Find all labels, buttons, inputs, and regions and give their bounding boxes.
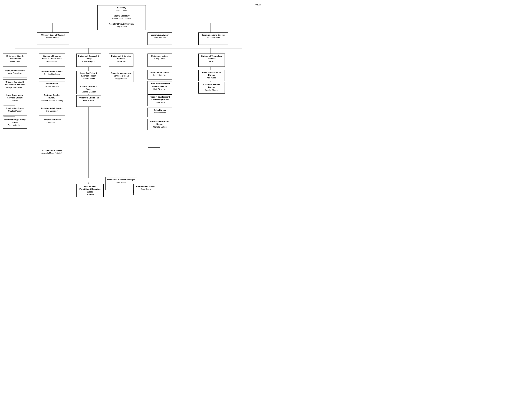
asst-deputy-title: Assistant Deputy Secretary xyxy=(99,23,144,25)
org-chart: 03/25 xyxy=(0,0,266,7)
secretary-box: Secretary David Casey Deputy Secretary M… xyxy=(97,5,146,30)
sales-tax-policy-box: Sales Tax Policy & Economic Team Robert … xyxy=(76,71,101,84)
office-enforcement-box: Office of Enforcement and Compliance Ric… xyxy=(147,81,172,94)
local-gov-box: Local Government Services Bureau Vacant xyxy=(3,93,27,104)
sales-bureau-box: Sales Bureau Zachary Hyde xyxy=(147,108,172,117)
general-counsel-box: Office of General Counsel Dana Erlandsen xyxy=(37,32,69,45)
business-ops-box: Business Operations Bureau Michelle Matt… xyxy=(147,119,172,131)
deputy-admin-mary-box: Deputy Administrator Mary Gawryleski xyxy=(3,68,27,78)
app-services-box: Application Services Bureau Ann Averill xyxy=(198,70,225,81)
customer-service-bureau-tech-box: Customer Service Bureau Bradley Thome xyxy=(198,82,225,93)
div-tech-box: Division of Technology Services Vacant xyxy=(198,54,225,67)
customer-service-bureau-income-box: Customer Service Bureau Rachel Ballmoos … xyxy=(39,93,65,104)
div-research-policy-box: Division of Research & Policy Cari Redin… xyxy=(76,54,101,67)
asst-admin-kyle-box: Assistant Administrator Kyle Duerstein xyxy=(39,106,65,115)
deputy-secretary-title: Deputy Secretary xyxy=(99,15,144,17)
deputy-secretary-name: Maria Guerra Lapacek xyxy=(99,17,144,20)
div-lottery-box: Division of Lottery Cindy Polzin xyxy=(147,54,172,67)
date-label: 03/25 xyxy=(255,4,261,6)
office-tech-assessment-box: Office of Technical & Assessment Service… xyxy=(3,80,27,91)
property-excise-box: Property & Excise Tax Policy Team xyxy=(76,95,101,107)
income-tax-policy-box: Income Tax Policy Team Michael Oakleaf xyxy=(76,84,101,94)
div-enterprise-box: Division of Enterprise Services Julie Ra… xyxy=(109,54,133,67)
equalization-bureau-box: Equalization Bureau Charles Paskey xyxy=(3,106,27,115)
div-state-local-box: Division of State & Local Finance Valeah… xyxy=(3,54,27,67)
legal-services-box: Legal Services, Permitting & Reporting B… xyxy=(76,184,104,197)
fin-mgmt-bureau-box: Financial Management Services Bureau Peg… xyxy=(109,71,133,82)
enforcement-bureau-box: Enforcement Bureau Tyler Quam xyxy=(133,184,158,195)
secretary-name: David Casey xyxy=(99,9,144,12)
legislative-advisor-box: Legislative Advisor Jacob Burbach xyxy=(147,32,172,45)
div-alcohol-box: Division of Alcohol Beverages Mark Meyer xyxy=(105,177,137,190)
div-income-sales-box: Division of Income, Sales & Excise Taxes… xyxy=(39,54,65,67)
asst-admin-jennifer-box: Assistant Administrator Jennifer Dambach xyxy=(39,69,65,79)
product-dev-box: Product Development & Marketing Bureau C… xyxy=(147,94,172,106)
compliance-bureau-box: Compliance Bureau Laura Clegg xyxy=(39,117,65,127)
secretary-title: Secretary xyxy=(99,6,144,9)
deputy-admin-kevin-box: Deputy Administrator Kevin Kaminski xyxy=(147,70,172,80)
audit-bureau-box: Audit Bureau Denise Everson xyxy=(39,81,65,91)
communications-director-box: Communications Director Jennifer Bacon xyxy=(198,32,228,45)
asst-deputy-name: Patty Mayers xyxy=(99,25,144,28)
tax-ops-box: Tax Operations Bureau Amanda Mosel (Inte… xyxy=(39,148,65,159)
manufacturing-utility-box: Manufacturing & Utility Bureau Zach McCl… xyxy=(3,117,27,129)
